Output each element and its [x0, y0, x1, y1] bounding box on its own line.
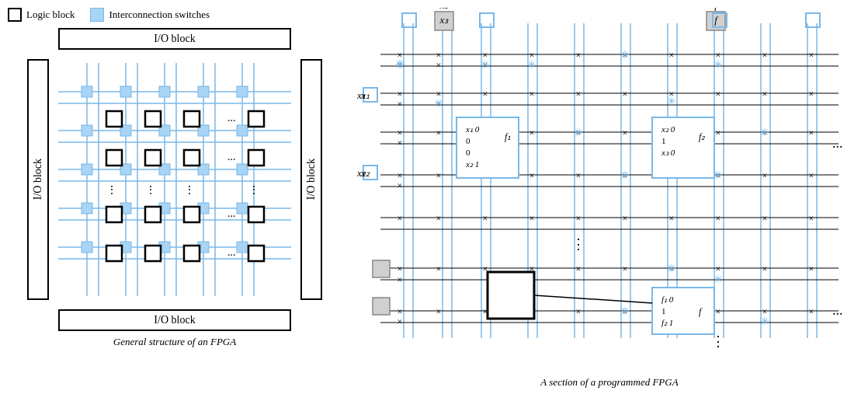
io-block-right: I/O block	[300, 59, 322, 300]
grid-area: ... ... ⋮ ⋮ ⋮ ⋮ ...	[58, 59, 291, 300]
svg-text:⋮: ⋮	[248, 184, 259, 196]
svg-text:✳: ✳	[574, 127, 583, 138]
svg-text:×: ×	[809, 170, 814, 181]
svg-text:×: ×	[398, 316, 403, 327]
svg-text:×: ×	[398, 127, 403, 138]
svg-text:...: ...	[227, 151, 236, 162]
svg-text:×: ×	[529, 213, 535, 224]
svg-text:...: ...	[227, 208, 236, 219]
svg-text:✳: ✳	[434, 98, 443, 110]
svg-text:×: ×	[809, 127, 814, 138]
svg-rect-65	[145, 246, 161, 261]
svg-rect-34	[237, 164, 248, 175]
svg-text:x₃: x₃	[439, 8, 450, 11]
svg-text:×: ×	[716, 306, 721, 317]
svg-text:×: ×	[809, 306, 814, 317]
svg-rect-51	[145, 150, 161, 166]
svg-rect-35	[82, 203, 92, 214]
logic-legend-item: Logic block	[8, 8, 75, 22]
svg-rect-21	[120, 86, 131, 97]
svg-text:✳: ✳	[481, 59, 490, 71]
svg-text:✳: ✳	[527, 59, 536, 71]
svg-text:×: ×	[809, 50, 814, 61]
svg-text:×: ×	[436, 60, 442, 71]
svg-text:×: ×	[576, 89, 582, 99]
svg-rect-222	[488, 272, 534, 319]
svg-text:x₃: x₃	[439, 14, 450, 26]
svg-text:✳: ✳	[620, 305, 630, 317]
svg-rect-59	[106, 207, 122, 222]
left-caption: General structure of an FPGA	[8, 336, 342, 348]
svg-text:×: ×	[669, 50, 675, 61]
svg-text:x₁  0: x₁ 0	[465, 124, 480, 134]
svg-text:f₂: f₂	[699, 131, 706, 142]
logic-block-icon	[8, 8, 22, 22]
svg-rect-23	[198, 86, 209, 97]
svg-rect-30	[82, 164, 92, 175]
svg-text:×: ×	[623, 213, 628, 224]
svg-text:×: ×	[809, 213, 814, 224]
svg-text:✳: ✳	[760, 316, 769, 327]
svg-rect-49	[248, 111, 264, 127]
svg-text:×: ×	[398, 306, 403, 317]
svg-text:×: ×	[716, 127, 721, 138]
svg-text:f₂  1: f₂ 1	[661, 318, 673, 327]
svg-text:✳: ✳	[713, 59, 723, 71]
svg-rect-209	[373, 260, 390, 277]
svg-text:✳: ✳	[667, 96, 676, 107]
svg-text:✳: ✳	[620, 49, 630, 61]
io-block-bottom: I/O block	[58, 309, 291, 331]
io-block-left: I/O block	[27, 59, 49, 300]
svg-text:×: ×	[762, 170, 768, 181]
svg-text:×: ×	[576, 306, 582, 317]
svg-text:×: ×	[436, 213, 442, 224]
svg-text:×: ×	[398, 263, 403, 274]
svg-rect-25	[82, 125, 92, 136]
svg-text:1: 1	[661, 306, 666, 316]
svg-rect-60	[145, 207, 161, 222]
svg-text:f₁  0: f₁ 0	[661, 295, 674, 304]
svg-text:...: ...	[832, 135, 843, 151]
fpga-diagram: I/O block I/O block I/O block I/O block	[27, 28, 322, 331]
left-diagram: Logic block Interconnection switches I/O…	[8, 8, 342, 389]
svg-text:x₃  0: x₃ 0	[661, 148, 675, 157]
svg-text:×: ×	[576, 263, 582, 274]
svg-text:×: ×	[529, 170, 535, 181]
svg-text:×: ×	[483, 89, 488, 99]
interconnect-legend-item: Interconnection switches	[90, 8, 210, 22]
svg-text:⋮: ⋮	[711, 333, 725, 349]
io-block-top: I/O block	[58, 28, 291, 50]
svg-rect-66	[184, 246, 200, 261]
svg-rect-20	[82, 86, 92, 97]
svg-text:f: f	[714, 8, 719, 11]
programmed-fpga-svg: × × × × × × × × × × × × × × × × × × × × …	[357, 8, 854, 373]
svg-text:⋮: ⋮	[106, 184, 117, 196]
svg-text:0: 0	[466, 136, 470, 145]
svg-text:...: ...	[832, 302, 843, 318]
svg-rect-44	[237, 242, 248, 253]
svg-text:×: ×	[436, 50, 442, 61]
svg-text:✳: ✳	[395, 59, 404, 71]
svg-text:×: ×	[762, 263, 768, 274]
svg-text:×: ×	[436, 170, 442, 181]
svg-rect-210	[373, 298, 390, 315]
right-diagram: × × × × × × × × × × × × × × × × × × × × …	[357, 8, 862, 389]
svg-text:x₁: x₁	[360, 89, 370, 101]
logic-label: Logic block	[26, 9, 75, 21]
svg-rect-50	[106, 150, 122, 166]
svg-text:x₂  0: x₂ 0	[661, 124, 675, 134]
svg-text:×: ×	[809, 89, 814, 99]
svg-text:×: ×	[529, 89, 535, 99]
svg-text:×: ×	[483, 213, 488, 224]
right-caption: A section of a programmed FPGA	[357, 376, 862, 389]
svg-text:×: ×	[436, 306, 442, 317]
svg-text:×: ×	[762, 50, 768, 61]
svg-text:×: ×	[762, 213, 768, 224]
svg-text:×: ×	[669, 213, 675, 224]
svg-text:⋮: ⋮	[571, 236, 585, 252]
svg-text:f₁: f₁	[505, 131, 511, 142]
svg-text:×: ×	[623, 263, 628, 274]
svg-rect-40	[82, 242, 92, 253]
svg-rect-24	[237, 86, 248, 97]
svg-rect-61	[184, 207, 200, 222]
